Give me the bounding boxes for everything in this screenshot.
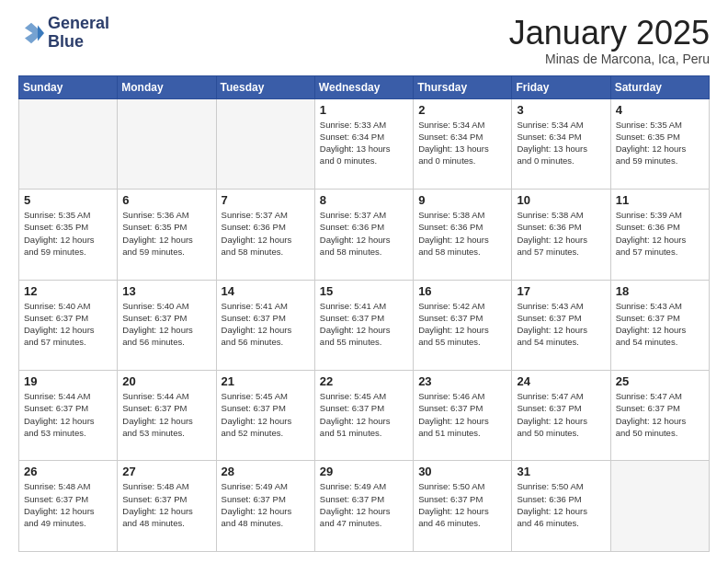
- day-info: Sunrise: 5:34 AM Sunset: 6:34 PM Dayligh…: [418, 119, 506, 167]
- calendar-cell: 3Sunrise: 5:34 AM Sunset: 6:34 PM Daylig…: [512, 98, 610, 189]
- day-info: Sunrise: 5:38 AM Sunset: 6:36 PM Dayligh…: [517, 209, 605, 258]
- day-number: 3: [517, 103, 605, 117]
- calendar-cell: [216, 98, 314, 189]
- calendar-cell: 24Sunrise: 5:47 AM Sunset: 6:37 PM Dayli…: [512, 371, 610, 461]
- col-header-sunday: Sunday: [19, 75, 118, 98]
- day-number: 6: [122, 193, 210, 207]
- col-header-saturday: Saturday: [610, 75, 709, 98]
- day-info: Sunrise: 5:45 AM Sunset: 6:37 PM Dayligh…: [320, 390, 408, 439]
- day-info: Sunrise: 5:43 AM Sunset: 6:37 PM Dayligh…: [616, 300, 704, 349]
- day-info: Sunrise: 5:41 AM Sunset: 6:37 PM Dayligh…: [222, 300, 310, 349]
- day-info: Sunrise: 5:49 AM Sunset: 6:37 PM Dayligh…: [320, 480, 408, 529]
- page: General Blue January 2025 Minas de Marco…: [0, 0, 728, 563]
- logo-line1: General: [48, 15, 109, 33]
- day-number: 23: [418, 374, 506, 388]
- calendar-cell: 2Sunrise: 5:34 AM Sunset: 6:34 PM Daylig…: [414, 98, 512, 189]
- week-row-2: 12Sunrise: 5:40 AM Sunset: 6:37 PM Dayli…: [19, 280, 710, 370]
- calendar-cell: 26Sunrise: 5:48 AM Sunset: 6:37 PM Dayli…: [19, 461, 118, 552]
- day-number: 26: [24, 465, 112, 478]
- day-info: Sunrise: 5:34 AM Sunset: 6:34 PM Dayligh…: [517, 119, 605, 167]
- day-info: Sunrise: 5:50 AM Sunset: 6:37 PM Dayligh…: [418, 480, 506, 529]
- calendar-cell: [610, 461, 709, 552]
- day-info: Sunrise: 5:36 AM Sunset: 6:35 PM Dayligh…: [122, 209, 210, 258]
- day-number: 22: [320, 374, 408, 388]
- calendar-cell: 18Sunrise: 5:43 AM Sunset: 6:37 PM Dayli…: [610, 280, 709, 370]
- calendar-cell: 10Sunrise: 5:38 AM Sunset: 6:36 PM Dayli…: [512, 190, 610, 280]
- logo: General Blue: [18, 15, 109, 52]
- day-number: 15: [320, 284, 408, 298]
- day-info: Sunrise: 5:33 AM Sunset: 6:34 PM Dayligh…: [320, 119, 408, 167]
- week-row-4: 26Sunrise: 5:48 AM Sunset: 6:37 PM Dayli…: [19, 461, 710, 552]
- day-info: Sunrise: 5:42 AM Sunset: 6:37 PM Dayligh…: [418, 300, 506, 349]
- day-info: Sunrise: 5:47 AM Sunset: 6:37 PM Dayligh…: [616, 390, 704, 439]
- day-number: 30: [418, 465, 506, 478]
- day-number: 28: [222, 465, 310, 478]
- calendar-cell: 19Sunrise: 5:44 AM Sunset: 6:37 PM Dayli…: [19, 371, 118, 461]
- day-number: 20: [122, 374, 210, 388]
- calendar-cell: 9Sunrise: 5:38 AM Sunset: 6:36 PM Daylig…: [414, 190, 512, 280]
- day-info: Sunrise: 5:35 AM Sunset: 6:35 PM Dayligh…: [24, 209, 112, 258]
- day-info: Sunrise: 5:38 AM Sunset: 6:36 PM Dayligh…: [418, 209, 506, 258]
- calendar-cell: 1Sunrise: 5:33 AM Sunset: 6:34 PM Daylig…: [314, 98, 413, 189]
- day-number: 19: [24, 374, 112, 388]
- week-row-0: 1Sunrise: 5:33 AM Sunset: 6:34 PM Daylig…: [19, 98, 710, 189]
- day-number: 31: [517, 465, 605, 478]
- day-info: Sunrise: 5:37 AM Sunset: 6:36 PM Dayligh…: [320, 209, 408, 258]
- day-number: 1: [320, 103, 408, 117]
- calendar-cell: 13Sunrise: 5:40 AM Sunset: 6:37 PM Dayli…: [118, 280, 216, 370]
- calendar-cell: 5Sunrise: 5:35 AM Sunset: 6:35 PM Daylig…: [19, 190, 118, 280]
- calendar-cell: 27Sunrise: 5:48 AM Sunset: 6:37 PM Dayli…: [118, 461, 216, 552]
- day-info: Sunrise: 5:48 AM Sunset: 6:37 PM Dayligh…: [122, 480, 210, 529]
- day-number: 14: [222, 284, 310, 298]
- day-number: 13: [122, 284, 210, 298]
- col-header-friday: Friday: [512, 75, 610, 98]
- day-number: 8: [320, 193, 408, 207]
- day-info: Sunrise: 5:47 AM Sunset: 6:37 PM Dayligh…: [517, 390, 605, 439]
- day-number: 25: [616, 374, 704, 388]
- day-number: 7: [222, 193, 310, 207]
- day-info: Sunrise: 5:35 AM Sunset: 6:35 PM Dayligh…: [616, 119, 704, 167]
- calendar-header-row: SundayMondayTuesdayWednesdayThursdayFrid…: [19, 75, 710, 98]
- logo-text: General Blue: [48, 15, 109, 52]
- day-info: Sunrise: 5:40 AM Sunset: 6:37 PM Dayligh…: [24, 300, 112, 349]
- col-header-wednesday: Wednesday: [314, 75, 413, 98]
- day-info: Sunrise: 5:43 AM Sunset: 6:37 PM Dayligh…: [517, 300, 605, 349]
- calendar-cell: 29Sunrise: 5:49 AM Sunset: 6:37 PM Dayli…: [314, 461, 413, 552]
- day-number: 27: [122, 465, 210, 478]
- col-header-monday: Monday: [118, 75, 216, 98]
- calendar-cell: 23Sunrise: 5:46 AM Sunset: 6:37 PM Dayli…: [414, 371, 512, 461]
- day-info: Sunrise: 5:49 AM Sunset: 6:37 PM Dayligh…: [222, 480, 310, 529]
- day-number: 29: [320, 465, 408, 478]
- calendar-cell: 15Sunrise: 5:41 AM Sunset: 6:37 PM Dayli…: [314, 280, 413, 370]
- calendar-cell: 16Sunrise: 5:42 AM Sunset: 6:37 PM Dayli…: [414, 280, 512, 370]
- week-row-3: 19Sunrise: 5:44 AM Sunset: 6:37 PM Dayli…: [19, 371, 710, 461]
- day-number: 11: [616, 193, 704, 207]
- day-info: Sunrise: 5:45 AM Sunset: 6:37 PM Dayligh…: [222, 390, 310, 439]
- calendar-cell: 6Sunrise: 5:36 AM Sunset: 6:35 PM Daylig…: [118, 190, 216, 280]
- day-info: Sunrise: 5:39 AM Sunset: 6:36 PM Dayligh…: [616, 209, 704, 258]
- day-info: Sunrise: 5:37 AM Sunset: 6:36 PM Dayligh…: [222, 209, 310, 258]
- subtitle: Minas de Marcona, Ica, Peru: [509, 52, 710, 66]
- day-number: 24: [517, 374, 605, 388]
- svg-marker-1: [25, 23, 43, 43]
- calendar-cell: 20Sunrise: 5:44 AM Sunset: 6:37 PM Dayli…: [118, 371, 216, 461]
- header: General Blue January 2025 Minas de Marco…: [18, 15, 710, 66]
- day-info: Sunrise: 5:44 AM Sunset: 6:37 PM Dayligh…: [24, 390, 112, 439]
- day-number: 17: [517, 284, 605, 298]
- day-number: 16: [418, 284, 506, 298]
- day-info: Sunrise: 5:46 AM Sunset: 6:37 PM Dayligh…: [418, 390, 506, 439]
- month-title: January 2025: [509, 15, 710, 52]
- calendar-cell: 4Sunrise: 5:35 AM Sunset: 6:35 PM Daylig…: [610, 98, 709, 189]
- calendar-cell: 30Sunrise: 5:50 AM Sunset: 6:37 PM Dayli…: [414, 461, 512, 552]
- col-header-thursday: Thursday: [414, 75, 512, 98]
- calendar-cell: 8Sunrise: 5:37 AM Sunset: 6:36 PM Daylig…: [314, 190, 413, 280]
- day-info: Sunrise: 5:41 AM Sunset: 6:37 PM Dayligh…: [320, 300, 408, 349]
- day-number: 2: [418, 103, 506, 117]
- day-info: Sunrise: 5:48 AM Sunset: 6:37 PM Dayligh…: [24, 480, 112, 529]
- calendar-cell: 28Sunrise: 5:49 AM Sunset: 6:37 PM Dayli…: [216, 461, 314, 552]
- calendar-cell: 12Sunrise: 5:40 AM Sunset: 6:37 PM Dayli…: [19, 280, 118, 370]
- calendar-cell: 25Sunrise: 5:47 AM Sunset: 6:37 PM Dayli…: [610, 371, 709, 461]
- day-number: 12: [24, 284, 112, 298]
- day-number: 18: [616, 284, 704, 298]
- calendar-cell: 11Sunrise: 5:39 AM Sunset: 6:36 PM Dayli…: [610, 190, 709, 280]
